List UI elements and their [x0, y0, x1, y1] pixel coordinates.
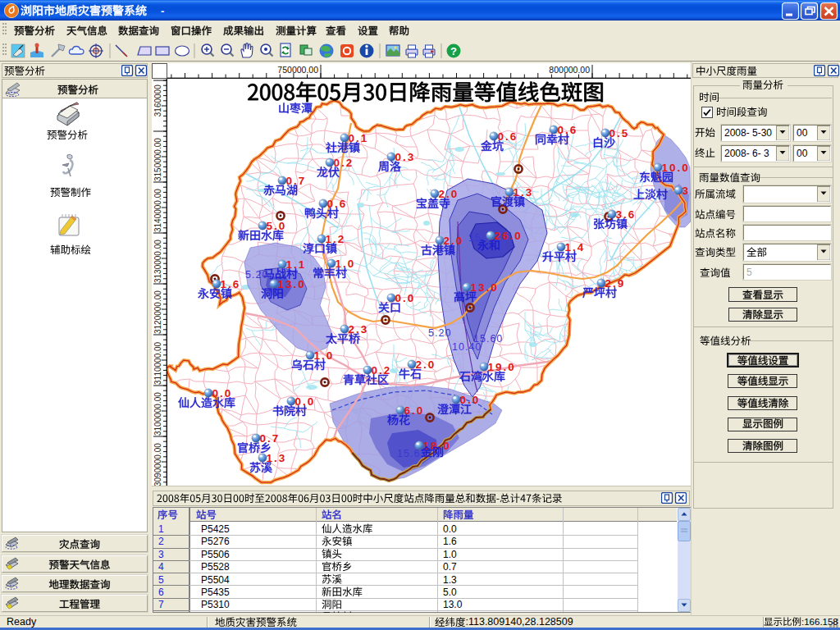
svg-text:15.6: 15.6 [397, 448, 420, 459]
svg-text:2.0: 2.0 [439, 188, 459, 200]
svg-text:3130000.00: 3130000.00 [153, 240, 162, 283]
svg-text:19.0: 19.0 [488, 361, 516, 373]
svg-text:0.0: 0.0 [460, 394, 481, 406]
svg-text:800000.00: 800000.00 [549, 65, 590, 75]
svg-text:3090000.00: 3090000.00 [153, 443, 162, 486]
svg-text:0.7: 0.7 [260, 432, 281, 445]
svg-text:1.3: 1.3 [267, 452, 287, 464]
svg-text:0.6: 0.6 [498, 130, 518, 143]
svg-text:2.0: 2.0 [416, 358, 436, 371]
svg-text:6.0: 6.0 [404, 404, 425, 417]
svg-text:5.20: 5.20 [428, 327, 451, 339]
svg-text:15: 15 [468, 232, 482, 244]
svg-text:0.0: 0.0 [395, 292, 416, 304]
svg-text:10.40: 10.40 [452, 341, 482, 353]
svg-text:3150000.00: 3150000.00 [153, 138, 162, 181]
svg-text:26.0: 26.0 [495, 230, 523, 242]
svg-text:5.0: 5.0 [267, 220, 287, 232]
svg-text:5.20: 5.20 [245, 269, 268, 281]
svg-text:13.0: 13.0 [471, 281, 499, 294]
svg-text:0.3: 0.3 [395, 151, 416, 163]
svg-text:3140000.00: 3140000.00 [153, 189, 162, 232]
svg-text:750000.00: 750000.00 [277, 65, 318, 75]
svg-text:3160000: 3160000 [153, 84, 162, 116]
svg-text:0.2: 0.2 [334, 157, 354, 169]
svg-text:0.5: 0.5 [609, 127, 630, 139]
svg-text:13.0: 13.0 [278, 278, 306, 290]
svg-text:10.0: 10.0 [662, 162, 690, 174]
svg-text:?: ? [450, 45, 457, 57]
svg-text:0.7: 0.7 [286, 175, 307, 187]
svg-text:3.0: 3.0 [682, 185, 692, 197]
svg-text:3110000.00: 3110000.00 [153, 341, 162, 385]
svg-text:3120000.00: 3120000.00 [153, 290, 162, 334]
svg-text:3100000.00: 3100000.00 [153, 392, 162, 436]
